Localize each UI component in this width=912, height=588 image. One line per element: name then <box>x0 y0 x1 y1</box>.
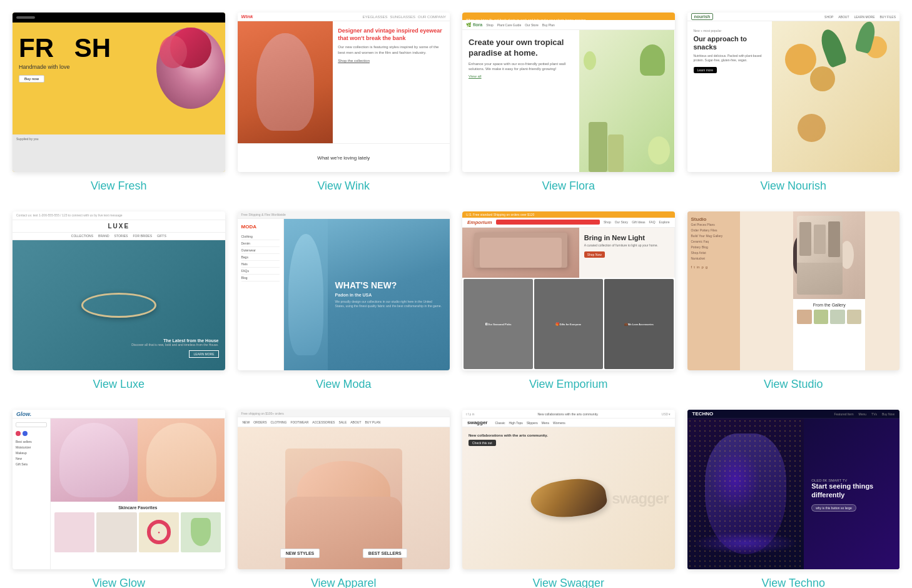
glow-icon1 <box>16 431 21 436</box>
preview-techno[interactable]: TECHNO Featured Item Menu TVs Buy Now OL… <box>687 410 900 569</box>
emporium-grid1-label: Our Seasonal Picks <box>488 323 511 326</box>
techno-nav4: Buy Now <box>882 412 894 416</box>
glow-icons <box>16 431 47 436</box>
glow-body: Best sellers Moisturizer Makeup New Gift… <box>13 418 225 569</box>
flora-logo: 🌿 flora <box>466 23 482 28</box>
moda-cat6[interactable]: FAQs <box>241 268 280 275</box>
glow-product1[interactable] <box>54 512 94 552</box>
nourish-desc: Nutritious and delicious. Packed with pl… <box>694 54 766 63</box>
view-wink-link[interactable]: View Wink <box>317 180 370 193</box>
apparel-nav6: SALE <box>338 420 347 424</box>
techno-cta[interactable]: why is this button so large <box>811 504 856 512</box>
studio-thumb4[interactable] <box>847 310 862 325</box>
view-nourish-link[interactable]: View Nourish <box>760 180 826 193</box>
glow-cat2[interactable]: Moisturizer <box>16 444 47 450</box>
apparel-nav4: FOOTWEAR <box>290 420 308 424</box>
view-moda-link[interactable]: View Moda <box>316 378 372 391</box>
glow-cat1[interactable]: Best sellers <box>16 438 47 444</box>
apparel-nav7: ABOUT <box>350 420 361 424</box>
apparel-badge-new[interactable]: NEW STYLES <box>280 549 320 558</box>
studio-item5[interactable]: Pottery Blog <box>691 245 737 250</box>
preview-emporium[interactable]: U.S. Free standard Shipping on orders ov… <box>462 211 675 371</box>
techno-nav2: Menu <box>859 412 867 416</box>
emporium-grid-item1[interactable]: 🗓 Our Seasonal Picks <box>464 279 533 370</box>
moda-cat4[interactable]: Bags <box>241 254 280 261</box>
studio-item6[interactable]: Shop Artist <box>691 250 737 256</box>
glow-product-row: ● <box>54 512 221 552</box>
moda-what: WHAT'S NEW? <box>335 280 442 290</box>
preview-fresh[interactable]: FROSH Handmade with love Buy now Supplie… <box>13 13 225 172</box>
preview-glow[interactable]: Glow. Best sellers Moisturizer Makeup Ne… <box>13 410 225 569</box>
flora-top-bar: When you bring life and fresh plants to … <box>462 13 675 20</box>
emporium-search[interactable] <box>496 220 600 225</box>
studio-item4[interactable]: Ceramic Faq <box>691 239 737 245</box>
techno-nav3: TVs <box>871 412 877 416</box>
preview-luxe[interactable]: Contact us: text 1-206-555-555 / 123 to … <box>13 211 225 371</box>
apparel-badge-bestseller[interactable]: BEST SELLERS <box>363 549 407 558</box>
glow-search-bar[interactable] <box>16 422 47 427</box>
view-fresh-link[interactable]: View Fresh <box>91 180 147 193</box>
view-flora-link[interactable]: View Flora <box>542 180 595 193</box>
emporium-nav2: Our Story <box>615 220 628 224</box>
apparel-nav5: ACCESSORIES <box>312 420 335 424</box>
studio-pi-icon[interactable]: p <box>702 265 704 269</box>
glow-product3[interactable]: ● <box>139 512 179 552</box>
preview-flora[interactable]: When you bring life and fresh plants to … <box>462 13 675 172</box>
nourish-cta[interactable]: Learn more <box>694 67 717 73</box>
glow-main: Skincare Favorites ● <box>51 418 225 569</box>
wink-cta[interactable]: Shop the collection <box>338 59 445 63</box>
card-flora: When you bring life and fresh plants to … <box>462 13 675 193</box>
glow-sidebar: Best sellers Moisturizer Makeup New Gift… <box>13 418 51 569</box>
glow-hero-image2 <box>138 418 225 501</box>
studio-thumb1[interactable] <box>797 310 812 325</box>
studio-item7[interactable]: Nantucket <box>691 256 737 261</box>
view-emporium-link[interactable]: View Emporium <box>529 378 608 391</box>
view-luxe-link[interactable]: View Luxe <box>93 378 144 391</box>
preview-moda[interactable]: Free Shipping & Flex Worldwide MODA Clot… <box>238 211 450 371</box>
studio-in-icon[interactable]: in <box>697 265 700 269</box>
swagger-top-bar: t f p in New collaborations with the art… <box>462 410 675 418</box>
moda-top-bar: Free Shipping & Flex Worldwide <box>238 211 450 219</box>
card-nourish: nourish SHOP ABOUT LEARN MORE BUY FILES … <box>687 13 900 193</box>
fresh-buy-btn[interactable]: Buy now <box>19 75 44 83</box>
luxe-nav3: STORIES <box>114 234 128 238</box>
moda-cat1[interactable]: Clothing <box>241 233 280 240</box>
view-techno-link[interactable]: View Techno <box>762 577 825 588</box>
view-apparel-link[interactable]: View Apparel <box>311 577 377 588</box>
view-swagger-link[interactable]: View Swagger <box>532 577 604 588</box>
view-glow-link[interactable]: View Glow <box>92 577 145 588</box>
moda-cat2[interactable]: Denim <box>241 240 280 247</box>
studio-thumb2[interactable] <box>814 310 829 325</box>
glow-product2[interactable] <box>96 512 136 552</box>
studio-item1[interactable]: Get Pieces Plans <box>691 222 737 228</box>
glow-cat3[interactable]: Makeup <box>16 450 47 455</box>
studio-tw-icon[interactable]: t <box>694 265 695 269</box>
glow-cat4[interactable]: New <box>16 455 47 461</box>
preview-studio[interactable]: Studio Get Pieces Plans Order Pottery Fi… <box>687 211 900 371</box>
moda-cat7[interactable]: Blog <box>241 275 280 281</box>
view-studio-link[interactable]: View Studio <box>764 378 823 391</box>
flora-link[interactable]: View all <box>469 74 573 78</box>
swagger-nav3: Slippers <box>527 421 538 425</box>
studio-item2[interactable]: Order Pottery Files <box>691 228 737 233</box>
moda-cat3[interactable]: Outerwear <box>241 247 280 254</box>
preview-swagger[interactable]: t f p in New collaborations with the art… <box>462 410 675 569</box>
preview-apparel[interactable]: Free shipping on $100+ orders NEW ORDERS… <box>238 410 450 569</box>
studio-item3[interactable]: Build Your Mug Gallery <box>691 233 737 239</box>
luxe-caption: The Latest from the House Discover all t… <box>131 338 218 358</box>
studio-gp-icon[interactable]: g <box>706 265 707 269</box>
moda-cat5[interactable]: Hats <box>241 261 280 268</box>
emporium-grid-item2[interactable]: 🎁 Gifts for Everyone <box>534 279 604 370</box>
glow-cat5[interactable]: Gift Sets <box>16 461 47 467</box>
emporium-grid: 🗓 Our Seasonal Picks 🎁 Gifts for Everyon… <box>462 278 675 371</box>
preview-wink[interactable]: Wink EYEGLASSES SUNGLASSES OUR COMPANY D… <box>238 13 450 172</box>
emporium-cta[interactable]: Shop Now <box>584 251 605 258</box>
luxe-learn-more[interactable]: LEARN MORE <box>189 350 218 358</box>
studio-thumb3[interactable] <box>830 310 845 325</box>
glow-product4[interactable] <box>181 512 221 552</box>
emporium-logo: Emporium <box>467 220 492 225</box>
preview-nourish[interactable]: nourish SHOP ABOUT LEARN MORE BUY FILES … <box>687 13 900 172</box>
emporium-grid-item3[interactable]: 💼 We Love Accessories <box>604 279 674 370</box>
studio-fb-icon[interactable]: f <box>691 265 692 269</box>
luxe-caption-sub: Discover all that is new, bold and and t… <box>131 343 218 347</box>
